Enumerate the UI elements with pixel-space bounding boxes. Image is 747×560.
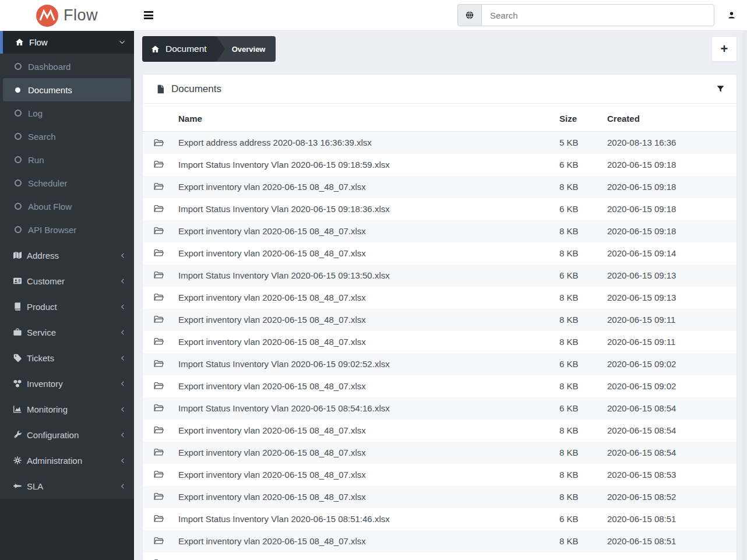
sidebar-item-configuration[interactable]: Configuration	[0, 422, 134, 448]
table-row[interactable]: Export inventory vlan 2020-06-15 08_48_0…	[143, 486, 737, 508]
sidebar-item-tickets[interactable]: Tickets	[0, 345, 134, 371]
sidebar-item-run[interactable]: Run	[0, 148, 134, 171]
table-row[interactable]: Import Status Inventory Vlan 2020-06-15 …	[143, 397, 737, 420]
folder-open-icon	[153, 248, 165, 259]
chevron-left-icon	[119, 329, 126, 336]
map-icon	[13, 251, 22, 260]
table-row[interactable]: Export inventory vlan 2020-06-15 08_48_0…	[143, 530, 737, 552]
sidebar-item-sla[interactable]: SLA	[0, 473, 134, 499]
doc-size: 5 KB	[559, 132, 607, 154]
breadcrumb-current: Overview	[225, 36, 276, 62]
folder-open-icon	[153, 558, 165, 560]
menu-toggle-button[interactable]	[144, 10, 153, 21]
column-header-size[interactable]: Size	[559, 104, 607, 132]
folder-open-icon	[153, 513, 165, 524]
sidebar-item-api-browser[interactable]: API Browser	[0, 218, 134, 241]
sidebar-item-administration[interactable]: Administration	[0, 448, 134, 473]
doc-created: 2020-06-15 08:54	[607, 420, 737, 442]
sidebar-item-address[interactable]: Address	[0, 242, 134, 268]
sidebar-item-search[interactable]: Search	[0, 125, 134, 148]
doc-size: 8 KB	[559, 176, 607, 198]
table-row[interactable]	[143, 552, 737, 560]
chevron-left-icon	[119, 252, 126, 259]
table-row[interactable]: Import Status Inventory Vlan 2020-06-15 …	[143, 353, 737, 375]
circle-outline-icon	[15, 156, 22, 163]
filter-icon[interactable]	[716, 84, 725, 93]
doc-name: Export inventory vlan 2020-06-15 08_48_0…	[178, 464, 559, 486]
column-header-name[interactable]: Name	[178, 104, 559, 132]
search-group	[457, 4, 714, 26]
sidebar-item-documents[interactable]: Documents	[3, 78, 131, 101]
table-row[interactable]: Export inventory vlan 2020-06-15 08_48_0…	[143, 220, 737, 242]
table-row[interactable]: Export inventory vlan 2020-06-15 08_48_0…	[143, 287, 737, 309]
chevron-left-icon	[119, 457, 126, 464]
sidebar-item-flow[interactable]: Flow	[0, 31, 134, 54]
doc-name: Import Status Inventory Vlan 2020-06-15 …	[178, 154, 559, 176]
doc-name: Export inventory vlan 2020-06-15 08_48_0…	[178, 420, 559, 442]
breadcrumb-arrow	[216, 36, 225, 62]
folder-open-icon	[153, 336, 165, 347]
search-input[interactable]	[481, 4, 714, 26]
user-icon[interactable]	[727, 10, 736, 20]
table-row[interactable]: Export inventory vlan 2020-06-15 08_48_0…	[143, 242, 737, 265]
file-icon	[156, 84, 165, 94]
sidebar-item-inventory[interactable]: Inventory	[0, 371, 134, 396]
sidebar-item-scheduler[interactable]: Scheduler	[0, 171, 134, 195]
doc-created	[607, 552, 737, 560]
doc-created: 2020-06-15 09:13	[607, 287, 737, 309]
home-icon	[151, 45, 160, 54]
sidebar-item-monitoring[interactable]: Monitoring	[0, 396, 134, 422]
chevron-left-icon	[119, 381, 126, 387]
table-row[interactable]: Export inventory vlan 2020-06-15 08_48_0…	[143, 464, 737, 486]
table-row[interactable]: Export inventory vlan 2020-06-15 08_48_0…	[143, 331, 737, 353]
sidebar-item-dashboard[interactable]: Dashboard	[0, 55, 134, 78]
doc-size: 6 KB	[559, 397, 607, 420]
table-row[interactable]: Import Status Inventory Vlan 2020-06-15 …	[143, 265, 737, 287]
table-row[interactable]: Export inventory vlan 2020-06-15 08_48_0…	[143, 176, 737, 198]
doc-name: Import Status Inventory Vlan 2020-06-15 …	[178, 265, 559, 287]
sidebar-item-label: Search	[28, 132, 56, 142]
column-header-created[interactable]: Created	[607, 104, 737, 132]
doc-created: 2020-06-15 08:52	[607, 486, 737, 508]
chevron-left-icon	[119, 278, 126, 284]
content: Document Overview + Documents	[134, 31, 747, 560]
sidebar-item-label: Run	[28, 155, 44, 165]
add-button[interactable]: +	[711, 36, 737, 62]
sidebar-item-customer[interactable]: Customer	[0, 268, 134, 294]
circle-outline-icon	[15, 63, 22, 70]
doc-created: 2020-06-15 08:51	[607, 508, 737, 530]
jet-icon	[13, 481, 22, 491]
breadcrumb-document[interactable]: Document	[142, 36, 216, 62]
doc-created: 2020-08-13 16:36	[607, 132, 737, 154]
sidebar-item-label: API Browser	[28, 225, 76, 235]
table-row[interactable]: Export inventory vlan 2020-06-15 08_48_0…	[143, 309, 737, 331]
table-row[interactable]: Import Status Inventory Vlan 2020-06-15 …	[143, 508, 737, 530]
sidebar-item-product[interactable]: Product	[0, 294, 134, 319]
table-row[interactable]: Export inventory vlan 2020-06-15 08_48_0…	[143, 375, 737, 397]
doc-created: 2020-06-15 08:54	[607, 442, 737, 464]
table-row[interactable]: Export inventory vlan 2020-06-15 08_48_0…	[143, 442, 737, 464]
folder-open-icon	[153, 536, 165, 547]
doc-created: 2020-06-15 09:02	[607, 375, 737, 397]
table-row[interactable]: Export inventory vlan 2020-06-15 08_48_0…	[143, 420, 737, 442]
gear-icon	[13, 456, 22, 465]
sidebar-item-service[interactable]: Service	[0, 319, 134, 345]
sidebar-sections: AddressCustomerProductServiceTicketsInve…	[0, 242, 134, 499]
table-row[interactable]: Export address address 2020-08-13 16:36:…	[143, 132, 737, 154]
doc-name	[178, 552, 559, 560]
sidebar-item-label: SLA	[27, 481, 43, 491]
brand[interactable]: Flow	[0, 0, 134, 31]
doc-size: 6 KB	[559, 154, 607, 176]
doc-name: Export inventory vlan 2020-06-15 08_48_0…	[178, 486, 559, 508]
wrench-icon	[13, 430, 22, 439]
folder-open-icon	[153, 491, 165, 502]
table-row[interactable]: Import Status Inventory Vlan 2020-06-15 …	[143, 198, 737, 220]
table-row[interactable]: Import Status Inventory Vlan 2020-06-15 …	[143, 154, 737, 176]
sidebar-item-label: Log	[28, 108, 43, 118]
scrollbar[interactable]	[742, 31, 747, 560]
sidebar-item-log[interactable]: Log	[0, 101, 134, 125]
doc-size: 8 KB	[559, 464, 607, 486]
folder-open-icon	[153, 138, 165, 149]
circle-outline-icon	[15, 203, 22, 210]
sidebar-item-about-flow[interactable]: About Flow	[0, 195, 134, 218]
